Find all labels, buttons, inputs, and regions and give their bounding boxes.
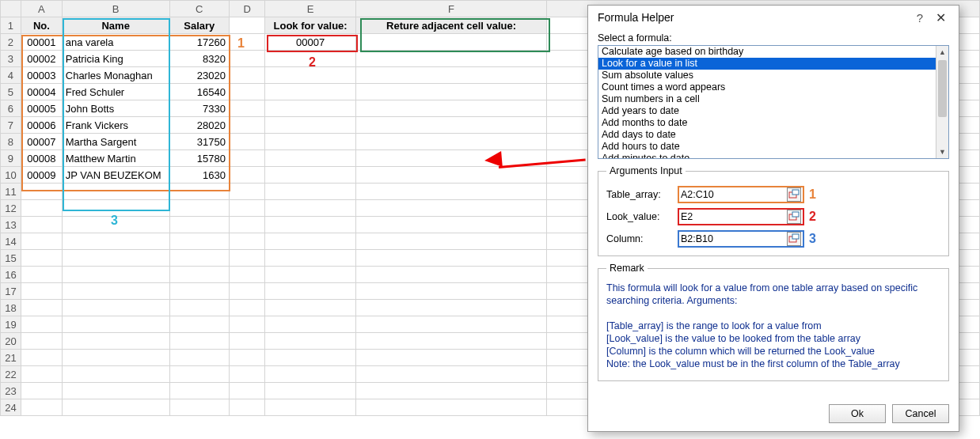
cell[interactable]: [265, 84, 356, 100]
cell[interactable]: 15780: [169, 150, 229, 167]
help-button[interactable]: ?: [910, 11, 929, 25]
cell[interactable]: Salary: [169, 17, 229, 34]
cell[interactable]: 00003: [21, 67, 62, 84]
cell[interactable]: [355, 67, 546, 84]
formula-item[interactable]: Add months to date: [598, 117, 936, 129]
col-header-D[interactable]: D: [229, 1, 264, 17]
row-header[interactable]: 20: [1, 333, 21, 350]
cell[interactable]: [229, 100, 264, 117]
cell[interactable]: 7330: [169, 100, 229, 117]
cell[interactable]: Fred Schuler: [62, 84, 169, 100]
row-header[interactable]: 14: [1, 233, 21, 250]
cell[interactable]: [229, 17, 264, 34]
col-header-C[interactable]: C: [169, 1, 229, 17]
cell[interactable]: 23020: [169, 67, 229, 84]
cell[interactable]: 17260: [169, 34, 229, 51]
dialog-titlebar[interactable]: Formula Helper ? ✕: [588, 6, 959, 29]
row-header[interactable]: 6: [1, 100, 21, 117]
cell[interactable]: [229, 67, 264, 84]
col-header-F[interactable]: F: [355, 1, 546, 17]
row-header[interactable]: 9: [1, 150, 21, 167]
ok-button[interactable]: Ok: [829, 404, 886, 423]
formula-listbox[interactable]: Calculate age based on birthdayLook for …: [598, 45, 949, 159]
cell[interactable]: [355, 84, 546, 100]
row-header[interactable]: 22: [1, 366, 21, 383]
cell[interactable]: [265, 100, 356, 117]
cell[interactable]: Patricia King: [62, 51, 169, 67]
range-picker-icon[interactable]: [787, 232, 801, 246]
cell[interactable]: [229, 117, 264, 134]
formula-item[interactable]: Calculate age based on birthday: [598, 46, 936, 58]
cell[interactable]: 1630: [169, 167, 229, 184]
formula-item[interactable]: Add years to date: [598, 105, 936, 117]
row-header[interactable]: 16: [1, 267, 21, 283]
cell[interactable]: 28020: [169, 117, 229, 134]
cell[interactable]: [229, 34, 264, 51]
scroll-down-icon[interactable]: ▼: [936, 146, 948, 158]
cell[interactable]: [229, 134, 264, 150]
cell[interactable]: Name: [62, 17, 169, 34]
cell[interactable]: [229, 167, 264, 184]
cell[interactable]: 00004: [21, 84, 62, 100]
row-header[interactable]: 5: [1, 84, 21, 100]
arg-input[interactable]: [681, 233, 787, 244]
cell[interactable]: 00001: [21, 34, 62, 51]
cell[interactable]: 00006: [21, 117, 62, 134]
col-header-B[interactable]: B: [62, 1, 169, 17]
cell[interactable]: [265, 134, 356, 150]
cell[interactable]: [265, 150, 356, 167]
formula-item[interactable]: Count times a word appears: [598, 81, 936, 93]
cell[interactable]: 31750: [169, 134, 229, 150]
col-header-A[interactable]: A: [21, 1, 62, 17]
row-header[interactable]: 17: [1, 283, 21, 300]
close-button[interactable]: ✕: [929, 10, 952, 25]
cell-lookfor-value[interactable]: 00007: [265, 34, 356, 51]
cell[interactable]: ana varela: [62, 34, 169, 51]
row-header[interactable]: 3: [1, 51, 21, 67]
cell[interactable]: John Botts: [62, 100, 169, 117]
cell[interactable]: [265, 167, 356, 184]
arg-input[interactable]: [681, 189, 787, 200]
cancel-button[interactable]: Cancel: [892, 404, 949, 423]
row-header[interactable]: 2: [1, 34, 21, 51]
row-header[interactable]: 13: [1, 217, 21, 233]
cell[interactable]: 00009: [21, 167, 62, 184]
select-all-corner[interactable]: [1, 1, 21, 17]
cell[interactable]: [355, 51, 546, 67]
cell[interactable]: Charles Monaghan: [62, 67, 169, 84]
formula-item[interactable]: Add hours to date: [598, 141, 936, 153]
cell-return-label[interactable]: Reture adjacent cell value:: [355, 17, 546, 34]
cell[interactable]: Martha Sargent: [62, 134, 169, 150]
cell[interactable]: 00002: [21, 51, 62, 67]
formula-item[interactable]: Add minutes to date: [598, 153, 936, 159]
formula-item[interactable]: Add days to date: [598, 129, 936, 141]
cell[interactable]: 8320: [169, 51, 229, 67]
cell[interactable]: [355, 117, 546, 134]
col-header-E[interactable]: E: [265, 1, 356, 17]
row-header[interactable]: 8: [1, 134, 21, 150]
row-header[interactable]: 4: [1, 67, 21, 84]
scroll-thumb[interactable]: [938, 60, 947, 117]
row-header[interactable]: 21: [1, 350, 21, 366]
cell[interactable]: [265, 117, 356, 134]
cell[interactable]: [355, 100, 546, 117]
formula-item[interactable]: Sum numbers in a cell: [598, 93, 936, 105]
row-header[interactable]: 7: [1, 117, 21, 134]
cell[interactable]: 00005: [21, 100, 62, 117]
row-header[interactable]: 18: [1, 300, 21, 316]
cell[interactable]: [355, 34, 546, 51]
cell[interactable]: Frank Vickers: [62, 117, 169, 134]
formula-item[interactable]: Look for a value in list: [598, 58, 936, 70]
cell[interactable]: [355, 167, 546, 184]
formula-item[interactable]: Sum absolute values: [598, 70, 936, 81]
row-header[interactable]: 11: [1, 184, 21, 200]
row-header[interactable]: 1: [1, 17, 21, 34]
row-header[interactable]: 12: [1, 200, 21, 217]
row-header[interactable]: 15: [1, 250, 21, 267]
cell[interactable]: No.: [21, 17, 62, 34]
range-picker-icon[interactable]: [787, 210, 801, 224]
row-header[interactable]: 19: [1, 316, 21, 333]
row-header[interactable]: 10: [1, 167, 21, 184]
cell[interactable]: 16540: [169, 84, 229, 100]
range-picker-icon[interactable]: [787, 187, 801, 202]
